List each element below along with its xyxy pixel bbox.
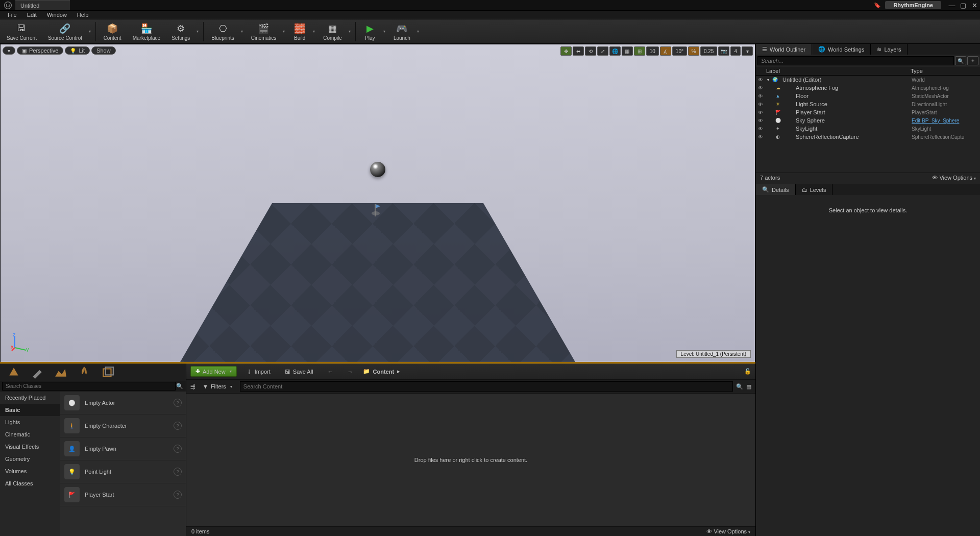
select-mode-button[interactable]: ✥ <box>560 46 572 56</box>
outliner-row[interactable]: 👁🚩Player StartPlayerStart <box>756 108 980 116</box>
outliner-search-input[interactable] <box>757 56 954 65</box>
scale-snap-button[interactable]: % <box>688 46 699 56</box>
save-all-button[interactable]: 🖫 Save All <box>280 367 318 376</box>
history-fwd-button[interactable]: → <box>343 367 358 376</box>
add-folder-icon[interactable]: ＋ <box>967 56 978 65</box>
viewport-canvas[interactable]: zyx Level: Untitled_1 (Persistent) <box>1 44 755 362</box>
foliage-mode-icon[interactable] <box>78 366 91 379</box>
dropdown-caret[interactable]: ▾ <box>281 29 286 34</box>
history-back-button[interactable]: ← <box>323 367 338 376</box>
close-button[interactable]: ✕ <box>969 2 980 9</box>
show-button[interactable]: Show <box>91 46 116 55</box>
place-item[interactable]: 🚩Player Start? <box>60 483 186 506</box>
tab-details[interactable]: 🔍 Details <box>756 184 796 195</box>
landscape-mode-icon[interactable] <box>54 366 67 379</box>
angle-snap-button[interactable]: ∡ <box>660 46 671 56</box>
tab-world-settings[interactable]: 🌐 World Settings <box>812 44 871 55</box>
search-icon[interactable]: 🔍 <box>955 56 966 65</box>
outliner-root[interactable]: 👁▾🌍Untitled (Editor)World <box>756 76 980 84</box>
place-item[interactable]: 🚶Empty Character? <box>60 415 186 437</box>
help-icon[interactable]: ? <box>174 399 182 407</box>
grid-snap-value[interactable]: 10 <box>646 46 659 56</box>
place-mode-icon[interactable] <box>7 366 20 379</box>
scale-snap-value[interactable]: 0.25 <box>700 46 717 56</box>
source-control-button[interactable]: 🔗Source Control <box>43 21 87 42</box>
rotate-mode-button[interactable]: ⟲ <box>585 46 596 56</box>
visibility-icon[interactable]: 👁 <box>758 134 765 140</box>
build-button[interactable]: 🧱Build <box>288 21 311 42</box>
place-item[interactable]: 💡Point Light? <box>60 460 186 483</box>
category-all-classes[interactable]: All Classes <box>0 477 60 490</box>
outliner-row[interactable]: 👁⚪Sky SphereEdit BP_Sky_Sphere <box>756 116 980 125</box>
settings-button[interactable]: ⚙Settings <box>167 21 194 42</box>
coord-space-button[interactable]: 🌐 <box>609 46 621 56</box>
content-button[interactable]: 📦Content <box>99 21 126 42</box>
view-options-button[interactable]: 👁 View Options <box>706 528 750 534</box>
visibility-icon[interactable]: 👁 <box>758 102 765 107</box>
bookmark-icon[interactable]: 🔖 <box>874 2 881 9</box>
dropdown-caret[interactable]: ▾ <box>239 29 244 34</box>
camera-speed-button[interactable]: 📷 <box>718 46 729 56</box>
import-button[interactable]: ⭳ Import <box>242 367 275 376</box>
dropdown-caret[interactable]: ▾ <box>382 29 387 34</box>
angle-snap-value[interactable]: 10° <box>672 46 687 56</box>
minimize-button[interactable]: — <box>946 2 958 9</box>
help-icon[interactable]: ? <box>174 445 182 453</box>
tab-levels[interactable]: 🗂 Levels <box>796 184 833 195</box>
category-volumes[interactable]: Volumes <box>0 465 60 477</box>
play-button[interactable]: ▶Play <box>359 21 381 42</box>
help-icon[interactable]: ? <box>174 491 182 499</box>
viewport-layout-button[interactable]: ▾ <box>742 46 753 56</box>
visibility-icon[interactable]: 👁 <box>758 85 765 91</box>
help-icon[interactable]: ? <box>174 468 182 476</box>
maximize-button[interactable]: ▢ <box>958 2 969 9</box>
visibility-icon[interactable]: 👁 <box>758 110 765 115</box>
visibility-icon[interactable]: 👁 <box>758 118 765 124</box>
category-basic[interactable]: Basic <box>0 404 60 416</box>
paint-mode-icon[interactable] <box>31 366 44 379</box>
content-drop-area[interactable]: Drop files here or right click to create… <box>186 394 755 526</box>
geometry-mode-icon[interactable] <box>101 366 114 379</box>
category-recently-placed[interactable]: Recently Placed <box>0 392 60 404</box>
surface-snap-button[interactable]: ▦ <box>622 46 633 56</box>
compile-button[interactable]: ▦Compile <box>318 21 347 42</box>
category-cinematic[interactable]: Cinematic <box>0 428 60 441</box>
place-item[interactable]: ⚪Empty Actor? <box>60 392 186 415</box>
blueprints-button[interactable]: ⎔Blueprints <box>207 21 238 42</box>
save-current-button[interactable]: 🖫Save Current <box>2 21 41 42</box>
menu-help[interactable]: Help <box>72 11 93 18</box>
search-icon[interactable]: 🔍 <box>176 383 184 389</box>
add-new-button[interactable]: ✚ Add New <box>190 366 237 377</box>
viewport[interactable]: zyx Level: Untitled_1 (Persistent) ▾ ▣ P… <box>0 44 755 362</box>
scale-mode-button[interactable]: ⤢ <box>597 46 608 56</box>
viewport-menu-button[interactable]: ▾ <box>3 46 15 55</box>
outliner-row[interactable]: 👁✦SkyLightSkyLight <box>756 125 980 133</box>
cinematics-button[interactable]: 🎬Cinematics <box>247 21 281 42</box>
camera-speed-value[interactable]: 4 <box>730 46 741 56</box>
dropdown-caret[interactable]: ▾ <box>195 29 200 34</box>
modes-search-input[interactable] <box>2 382 176 391</box>
lit-button[interactable]: 💡 Lit <box>65 46 90 55</box>
place-item[interactable]: 👤Empty Pawn? <box>60 437 186 460</box>
dropdown-caret[interactable]: ▾ <box>347 29 352 34</box>
outliner-row[interactable]: 👁◐SphereReflectionCaptureSphereReflectio… <box>756 133 980 141</box>
content-path[interactable]: 📁 Content ▸ <box>363 368 401 375</box>
grid-snap-button[interactable]: ⊞ <box>634 46 645 56</box>
launch-button[interactable]: 🎮Launch <box>389 21 415 42</box>
menu-window[interactable]: Window <box>42 11 71 18</box>
lock-icon[interactable]: 🔓 <box>744 368 751 375</box>
outliner-col-type[interactable]: Type <box>911 68 977 74</box>
dropdown-caret[interactable]: ▾ <box>87 29 92 34</box>
help-icon[interactable]: ? <box>174 422 182 430</box>
category-geometry[interactable]: Geometry <box>0 453 60 465</box>
dropdown-caret[interactable]: ▾ <box>415 29 421 34</box>
search-icon[interactable]: 🔍 <box>736 383 743 390</box>
outliner-col-label[interactable]: Label <box>759 68 911 74</box>
outliner-row[interactable]: 👁☁Atmospheric FogAtmosphericFog <box>756 84 980 92</box>
menu-file[interactable]: File <box>3 11 21 18</box>
sources-toggle-icon[interactable]: ⇶ <box>190 383 195 390</box>
dropdown-caret[interactable]: ▾ <box>311 29 316 34</box>
perspective-button[interactable]: ▣ Perspective <box>17 46 63 55</box>
project-name[interactable]: RhythmEngine <box>885 1 941 9</box>
category-visual-effects[interactable]: Visual Effects <box>0 441 60 453</box>
